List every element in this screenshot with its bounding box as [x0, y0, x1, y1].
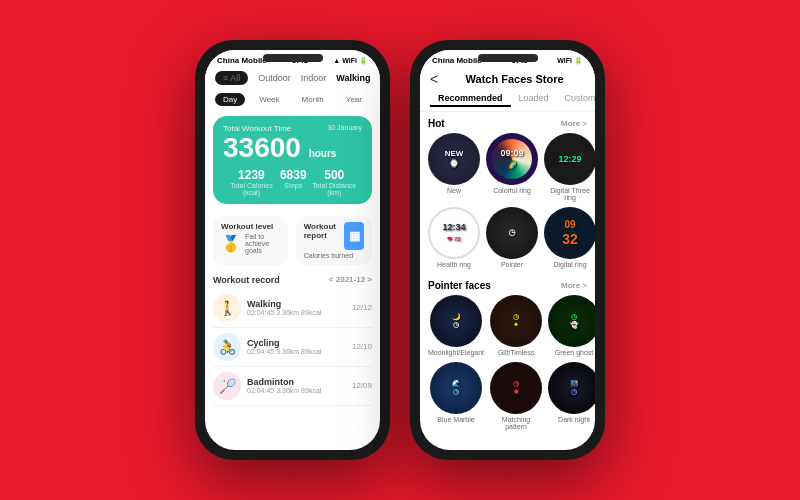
workout-record-section: Workout record < 2021-12 > 🚶 Walking 02:… [205, 271, 380, 410]
nav-outdoor[interactable]: Outdoor [258, 73, 291, 83]
cycle-icon: 🚴 [213, 333, 241, 361]
nav-indoor[interactable]: Indoor [301, 73, 327, 83]
carrier-right: China Mobile [432, 56, 482, 65]
walk-icon: 🚶 [213, 294, 241, 322]
workout-report-box: Workout report Calories burned [296, 216, 372, 265]
hot-title: Hot [428, 118, 445, 129]
right-screen: China Mobile 9:41 WiFi 🔋 < Watch Faces S… [420, 50, 595, 450]
left-nav: ≡ All Outdoor Indoor Walking [205, 67, 380, 89]
tab-year[interactable]: Year [338, 93, 370, 106]
workout-report-icon [344, 222, 364, 250]
stat-calories: 1239 Total Calories (kcal) [223, 168, 280, 196]
workout-item-cycling[interactable]: 🚴 Cycling 02:04:45 3.36km 89kcal 12/10 [213, 328, 372, 367]
stats-title: Total Workout Time [223, 124, 291, 133]
nav-walking[interactable]: Walking [336, 73, 370, 83]
tab-recommended[interactable]: Recommended [430, 91, 511, 107]
status-icons-right: WiFi 🔋 [557, 57, 583, 65]
face-health[interactable]: 12:34❤ 72 Health ring [428, 207, 480, 268]
tab-loaded[interactable]: Loaded [511, 91, 557, 107]
walk-info: Walking 02:04:45 3.36km 89kcal [247, 299, 346, 316]
face-colorful[interactable]: 09:09🌈 Colorful ring [486, 133, 538, 201]
tabs-row: Day Week Month Year Total [205, 89, 380, 110]
badminton-icon: 🏸 [213, 372, 241, 400]
carrier-left: China Mobile [217, 56, 267, 65]
workout-record-title: Workout record [213, 275, 280, 285]
back-button[interactable]: < [430, 71, 438, 87]
face-moonlight[interactable]: 🌙◷ Moonlight/Elegant [428, 295, 484, 356]
stat-steps: 6839 Steps [280, 168, 307, 196]
hot-faces-grid: NEW⌚ New 09:09🌈 Colorful ring 12:29 [428, 133, 587, 268]
face-green-ghost[interactable]: ◷👻 Green ghost [548, 295, 595, 356]
face-digital-three[interactable]: 12:29 Digital Three ring [544, 133, 595, 201]
stats-bottom: 1239 Total Calories (kcal) 6839 Steps 50… [223, 168, 362, 196]
status-icons-left: ▲ WiFi 🔋 [333, 57, 368, 65]
workout-item-walking[interactable]: 🚶 Walking 02:04:45 3.36km 89kcal 12/12 [213, 289, 372, 328]
face-blue-marble[interactable]: 🌊◷ Blue Marble [428, 362, 484, 430]
stats-date: 30 January [327, 124, 362, 133]
right-content: Hot More > NEW⌚ New 09:09🌈 Colorfu [420, 112, 595, 450]
left-screen: China Mobile 9:41 ▲ WiFi 🔋 ≡ All Outdoor… [205, 50, 380, 450]
left-phone: China Mobile 9:41 ▲ WiFi 🔋 ≡ All Outdoor… [195, 40, 390, 460]
pointer-title: Pointer faces [428, 280, 491, 291]
pointer-more[interactable]: More > [561, 281, 587, 290]
workout-level-row: Workout level 🥇 Fail to achieve goals Wo… [213, 216, 372, 265]
workout-item-badminton[interactable]: 🏸 Badminton 02:04:45 3.36km 89kcal 12/09 [213, 367, 372, 406]
tab-month[interactable]: Month [294, 93, 332, 106]
right-phone: China Mobile 9:41 WiFi 🔋 < Watch Faces S… [410, 40, 605, 460]
face-gilt[interactable]: ◷✦ Gilt/Timless [490, 295, 542, 356]
date-nav[interactable]: < 2021-12 > [329, 275, 372, 284]
tab-day[interactable]: Day [215, 93, 245, 106]
hot-more[interactable]: More > [561, 119, 587, 128]
time-left: 9:41 [292, 56, 308, 65]
stat-distance: 500 Total Distance (km) [307, 168, 362, 196]
right-tabs: Recommended Loaded Customized [420, 91, 595, 112]
stats-card: Total Workout Time 30 January 33600 hour… [213, 116, 372, 204]
tab-total[interactable]: Total [376, 93, 380, 106]
cycle-info: Cycling 02:04:45 3.36km 89kcal [247, 338, 346, 355]
badminton-info: Badminton 02:04:45 3.36km 89kcal [247, 377, 346, 394]
pointer-section-header: Pointer faces More > [428, 274, 587, 295]
stats-value: 33600 hours [223, 133, 362, 164]
tab-customized[interactable]: Customized [557, 91, 595, 107]
face-pointer[interactable]: ◷ Pointer [486, 207, 538, 268]
pointer-faces-grid: 🌙◷ Moonlight/Elegant ◷✦ Gilt/Timless ◷👻 [428, 295, 587, 430]
right-header: < Watch Faces Store [420, 67, 595, 91]
all-button[interactable]: ≡ All [215, 71, 248, 85]
face-digital-ring[interactable]: 0932 Digital ring [544, 207, 595, 268]
status-bar-left: China Mobile 9:41 ▲ WiFi 🔋 [205, 50, 380, 67]
face-new[interactable]: NEW⌚ New [428, 133, 480, 201]
face-dark-night[interactable]: 🌃◷ Dark night [548, 362, 595, 430]
workout-level-icon: 🥇 [221, 234, 241, 253]
status-bar-right: China Mobile 9:41 WiFi 🔋 [420, 50, 595, 67]
tab-week[interactable]: Week [251, 93, 287, 106]
workout-level-box: Workout level 🥇 Fail to achieve goals [213, 216, 288, 265]
watch-faces-store-title: Watch Faces Store [444, 73, 585, 85]
workout-record-header: Workout record < 2021-12 > [213, 275, 372, 285]
hot-section-header: Hot More > [428, 112, 587, 133]
face-matching[interactable]: ◷★ Matching pattern [490, 362, 542, 430]
time-right: 9:41 [512, 56, 528, 65]
